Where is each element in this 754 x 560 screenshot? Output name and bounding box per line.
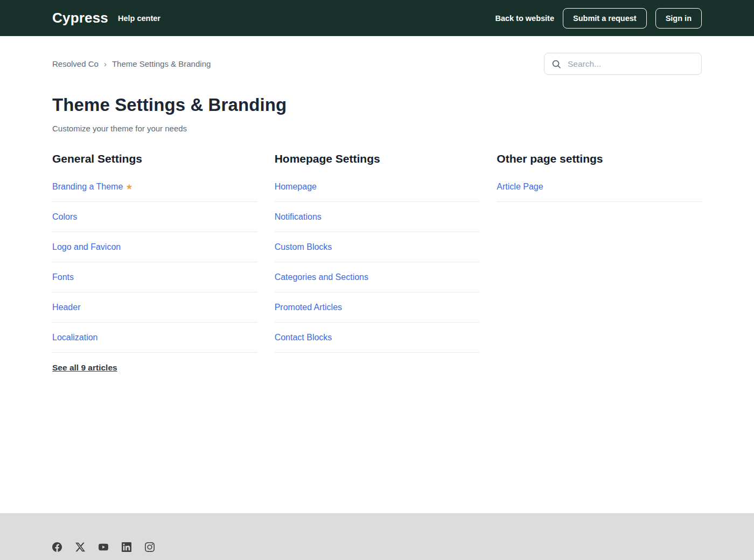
back-to-website-link[interactable]: Back to website — [495, 14, 554, 23]
article-row: Notifications — [275, 202, 480, 232]
article-link-branding-a-theme[interactable]: Branding a Theme★ — [52, 172, 133, 201]
article-row: Contact Blocks — [275, 323, 480, 353]
article-link-localization[interactable]: Localization — [52, 323, 98, 352]
section-title: Homepage Settings — [275, 152, 480, 165]
article-link-logo-and-favicon[interactable]: Logo and Favicon — [52, 232, 121, 262]
x-twitter-icon[interactable] — [75, 542, 85, 552]
submit-request-button[interactable]: Submit a request — [563, 8, 647, 29]
logo[interactable]: Cypress — [52, 10, 108, 26]
search-box[interactable] — [544, 53, 702, 75]
article-link-article-page[interactable]: Article Page — [497, 172, 543, 201]
topbar-actions: Back to website Submit a request Sign in — [495, 8, 702, 29]
top-bar: Cypress Help center Back to website Subm… — [0, 0, 754, 36]
article-list: Branding a Theme★ Colors Logo and Favico… — [52, 172, 257, 353]
sections-grid: General Settings Branding a Theme★ Color… — [52, 152, 702, 373]
article-link-colors[interactable]: Colors — [52, 202, 77, 232]
search-icon — [551, 59, 561, 69]
article-row: Categories and Sections — [275, 262, 480, 292]
article-link-promoted-articles[interactable]: Promoted Articles — [275, 292, 342, 322]
article-row: Promoted Articles — [275, 292, 480, 323]
article-link-homepage[interactable]: Homepage — [275, 172, 317, 201]
search-input[interactable] — [567, 59, 694, 69]
section-title: General Settings — [52, 152, 257, 165]
section-homepage-settings: Homepage Settings Homepage Notifications… — [275, 152, 480, 373]
section-other-page-settings: Other page settings Article Page — [497, 152, 702, 373]
article-link-fonts[interactable]: Fonts — [52, 262, 74, 292]
section-general-settings: General Settings Branding a Theme★ Color… — [52, 152, 257, 373]
breadcrumb-home-link[interactable]: Resolved Co — [52, 59, 99, 68]
help-center-label: Help center — [118, 14, 160, 23]
breadcrumb: Resolved Co › Theme Settings & Branding — [52, 59, 211, 68]
article-list: Article Page — [497, 172, 702, 202]
article-row: Header — [52, 292, 257, 323]
article-link-notifications[interactable]: Notifications — [275, 202, 322, 232]
instagram-icon[interactable] — [145, 542, 155, 552]
see-all-articles-link[interactable]: See all 9 articles — [52, 363, 117, 373]
linkedin-icon[interactable] — [122, 542, 131, 552]
page-title: Theme Settings & Branding — [52, 95, 702, 115]
article-link-header[interactable]: Header — [52, 292, 80, 322]
main-content: Resolved Co › Theme Settings & Branding … — [0, 36, 754, 513]
section-title: Other page settings — [497, 152, 702, 165]
facebook-icon[interactable] — [52, 542, 62, 552]
article-row: Localization — [52, 323, 257, 353]
article-row: Homepage — [275, 172, 480, 202]
article-row: Fonts — [52, 262, 257, 292]
youtube-icon[interactable] — [99, 542, 108, 552]
article-row: Custom Blocks — [275, 232, 480, 262]
article-row: Logo and Favicon — [52, 232, 257, 262]
article-row: Colors — [52, 202, 257, 232]
article-list: Homepage Notifications Custom Blocks Cat… — [275, 172, 480, 353]
page-description: Customize your theme for your needs — [52, 124, 702, 133]
article-row: Article Page — [497, 172, 702, 202]
page-footer — [0, 513, 754, 560]
article-link-contact-blocks[interactable]: Contact Blocks — [275, 323, 332, 352]
article-link-categories-and-sections[interactable]: Categories and Sections — [275, 262, 368, 292]
sign-in-button[interactable]: Sign in — [655, 8, 702, 29]
breadcrumb-separator: › — [104, 59, 107, 68]
article-row: Branding a Theme★ — [52, 172, 257, 202]
breadcrumb-current: Theme Settings & Branding — [112, 59, 211, 68]
article-link-custom-blocks[interactable]: Custom Blocks — [275, 232, 332, 262]
promoted-star-icon: ★ — [125, 182, 132, 191]
